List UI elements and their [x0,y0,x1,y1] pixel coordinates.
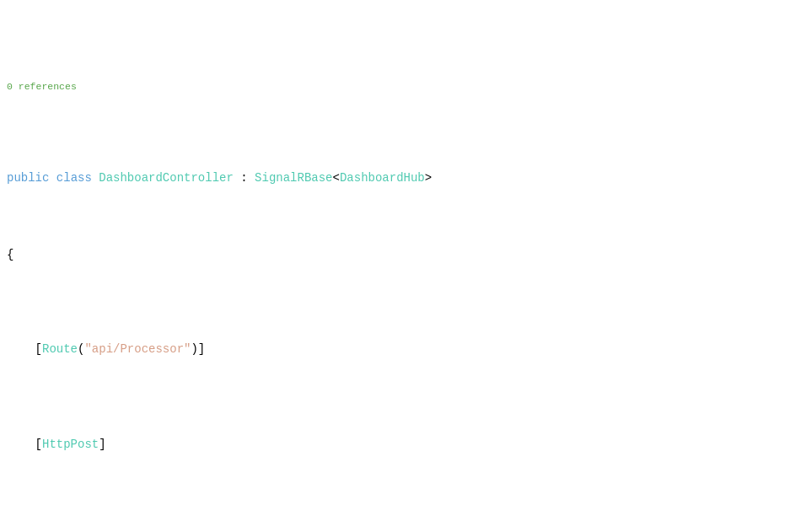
references-label-1: 0 references [0,79,790,94]
code-line-4: [HttpPost] [0,435,790,454]
code-line-3: [Route("api/Processor")] [0,340,790,359]
code-editor: 0 references public class DashboardContr… [0,0,790,532]
code-line-2: { [0,245,790,265]
code-line-1: public class DashboardController : Signa… [0,169,790,188]
